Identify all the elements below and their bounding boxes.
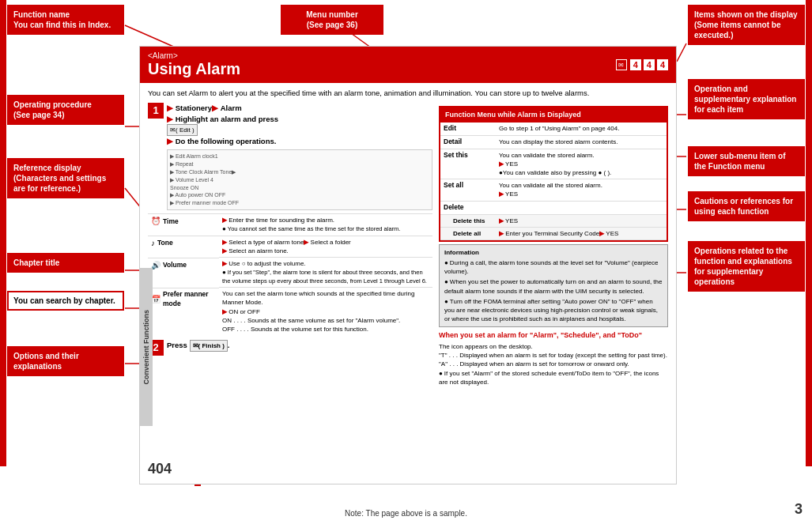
convenient-functions-label: Convenient Functions xyxy=(142,310,150,385)
key-edit: ✉( Edit ) xyxy=(167,124,198,136)
table-row-time: ⏰ Time ▶ Enter the time for sounding the… xyxy=(148,213,432,236)
annotation-menu-number: Menu number (See page 36) xyxy=(281,5,383,35)
annotation-operations-related: Operations related to the function and e… xyxy=(688,241,805,292)
information-box: Information During a call, the alarm ton… xyxy=(439,244,668,328)
annotation-function-name: Function name You can find this in Index… xyxy=(7,5,124,35)
annotation-cautions: Cautions or references for using each fu… xyxy=(688,191,805,221)
func-menu-set-this: Set this You can validate the stored ala… xyxy=(440,149,667,179)
table-row-volume: 🔊 Volume ▶ Use ○ to adjust the volume. I… xyxy=(148,258,432,288)
table-row-tone: ♪ Tone ▶ Select a type of alarm tone▶ Se… xyxy=(148,236,432,257)
doc-title-area: <Alarm> Using Alarm xyxy=(148,51,610,78)
doc-body: You can set Alarm to alert you at the sp… xyxy=(140,83,676,391)
time-icon: ⏰ xyxy=(151,216,161,227)
function-menu-header: Function Menu while Alarm is Displayed xyxy=(440,107,667,123)
func-menu-delete-all: Delete all ▶ Enter you Terminal Security… xyxy=(440,227,667,239)
doc-main-title: Using Alarm xyxy=(148,60,610,78)
func-menu-detail: Detail You can display the stored alarm … xyxy=(440,135,667,149)
right-red-sidebar xyxy=(806,0,812,466)
func-menu-set-all: Set all You can validate all the stored … xyxy=(440,179,667,201)
annotation-operating-procedure: Operating procedure (See page 34) xyxy=(7,95,124,125)
step-1-row: 1 ▶ Stationery▶ Alarm ▶ Highlight an ala… xyxy=(148,103,432,146)
tone-icon: ♪ xyxy=(151,238,155,249)
annotation-options: Options and their explanations xyxy=(7,346,124,376)
key-finish: ✉( Finish ) xyxy=(190,340,228,352)
left-red-sidebar xyxy=(0,0,6,466)
info-item-2: When you set the power to automatically … xyxy=(444,277,663,295)
doc-intro: You can set Alarm to alert you at the sp… xyxy=(148,88,668,98)
step-1-content: ▶ Stationery▶ Alarm ▶ Highlight an alarm… xyxy=(167,103,278,146)
info-item-1: During a call, the alarm tone sounds at … xyxy=(444,258,663,276)
when-alarm-title: When you set an alarm for "Alarm", "Sche… xyxy=(439,330,668,341)
info-box-title: Information xyxy=(444,248,663,257)
annotation-reference-display: Reference display (Characters and settin… xyxy=(7,158,124,198)
step-2-content: Press ✉( Finish ). xyxy=(167,340,230,352)
func-menu-delete-this: Delete this ▶ YES xyxy=(440,214,667,227)
doc-small-title: <Alarm> xyxy=(148,51,610,60)
table-row-prefer-manner: 📅 Prefer manner mode You can set the ala… xyxy=(148,288,432,335)
page-number: 3 xyxy=(795,501,803,518)
menu-number-display: 4 4 4 xyxy=(630,59,668,70)
step-1-number: 1 xyxy=(148,103,164,119)
annotation-operation-supplementary: Operation and supplementary explanation … xyxy=(688,79,805,119)
info-item-3: Turn off the FOMA terminal after setting… xyxy=(444,297,663,324)
func-menu-delete: Delete xyxy=(440,201,667,214)
annotation-chapter-title: Chapter title xyxy=(7,253,124,273)
annotation-lower-sub-menu: Lower sub-menu item of the Function menu xyxy=(688,146,805,176)
screenshot-placeholder: ▶ Edit Alarm clock1 ▶ Repeat ▶ Tone Cloc… xyxy=(167,149,432,210)
bottom-note: Note: The page above is a sample. xyxy=(345,509,467,518)
when-alarm-content: The icon appears on the desktop. "T" . .… xyxy=(439,342,668,386)
svg-line-7 xyxy=(677,43,686,62)
envelope-icon: ✉ xyxy=(616,59,627,70)
lower-operations-table: ⏰ Time ▶ Enter the time for sounding the… xyxy=(148,213,432,335)
doc-header: <Alarm> Using Alarm ✉ 4 4 4 xyxy=(140,47,676,83)
convenient-functions-bar: Convenient Functions xyxy=(140,268,153,426)
document-page: <Alarm> Using Alarm ✉ 4 4 4 You can set … xyxy=(139,46,677,484)
annotation-items-shown: Items shown on the display (Some items c… xyxy=(688,5,805,45)
function-menu-table: Edit Go to step 1 of "Using Alarm" on pa… xyxy=(440,123,667,240)
function-menu-area: Function Menu while Alarm is Displayed E… xyxy=(439,106,668,242)
func-menu-edit: Edit Go to step 1 of "Using Alarm" on pa… xyxy=(440,123,667,135)
page-404-number: 404 xyxy=(148,461,172,477)
step-2-row: 2 Press ✉( Finish ). xyxy=(148,340,432,356)
annotation-search-by-chapter: You can search by chapter. xyxy=(7,291,124,311)
